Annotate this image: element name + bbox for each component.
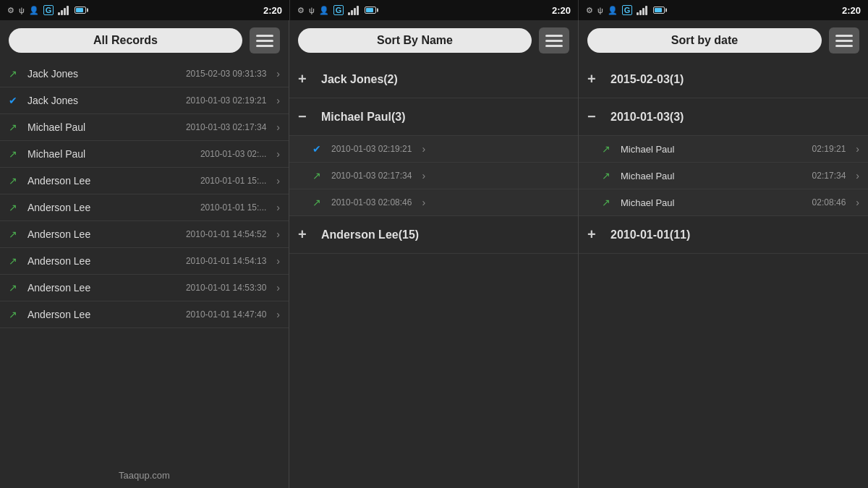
signal-bars-3 xyxy=(637,5,647,15)
all-records-button[interactable]: All Records xyxy=(9,28,242,53)
date-group-name: 2015-02-03(1) xyxy=(610,73,684,86)
panel-sort-by-name: Sort By Name + Jack Jones(2) − Michael P… xyxy=(289,20,579,488)
g-network-icon-2: G xyxy=(333,5,344,15)
chevron-right-icon: › xyxy=(276,282,280,294)
bluetooth-icon: ψ xyxy=(19,6,25,14)
outgoing-arrow-icon: ↗ xyxy=(9,148,22,160)
grouped-list-name[interactable]: + Jack Jones(2) − Michael Paul(3) ✔ 2010… xyxy=(289,61,578,488)
chevron-right-icon: › xyxy=(276,95,280,106)
bluetooth-icon-2: ψ xyxy=(309,6,315,14)
contact-name: Michael Paul xyxy=(621,197,807,208)
panel-sort-by-date: Sort by date + 2015-02-03(1) − 2010-01-0… xyxy=(579,20,868,488)
list-item[interactable]: ↗ Anderson Lee 2010-01-01 14:54:52 › xyxy=(0,221,289,248)
chevron-right-icon: › xyxy=(856,170,859,181)
outgoing-arrow-icon: ↗ xyxy=(9,202,22,213)
panels-container: All Records ↗ Jack Jones 2015-02-03 09:3… xyxy=(0,20,868,488)
contact-name: Anderson Lee xyxy=(27,228,180,240)
list-item[interactable]: ↗ Michael Paul 2010-01-03 02:17:34 › xyxy=(0,114,289,141)
outgoing-arrow-icon: ↗ xyxy=(9,228,22,240)
menu-line-2 xyxy=(256,40,273,42)
chevron-right-icon: › xyxy=(276,148,280,160)
record-date: 2010-01-03 02:08:46 xyxy=(331,197,412,207)
record-date: 02:08:46 xyxy=(812,197,846,207)
list-item[interactable]: ↗ Anderson Lee 2010-01-01 14:53:30 › xyxy=(0,275,289,301)
group-name: Jack Jones(2) xyxy=(321,73,398,86)
status-time-2: 2:20 xyxy=(552,5,571,16)
list-item[interactable]: ↗ Anderson Lee 2010-01-01 14:54:13 › xyxy=(0,248,289,275)
usb-icon-2: ⚙ xyxy=(297,6,305,15)
date-group-item-2015[interactable]: + 2015-02-03(1) xyxy=(579,61,868,98)
topbar-3: Sort by date xyxy=(579,20,868,61)
outgoing-arrow-icon: ↗ xyxy=(9,121,22,133)
record-date: 2015-02-03 09:31:33 xyxy=(186,69,266,79)
person-icon-2: 👤 xyxy=(319,6,329,15)
date-sub-record-item[interactable]: ↗ Michael Paul 02:08:46 › xyxy=(579,189,868,216)
usb-icon-3: ⚙ xyxy=(586,6,593,15)
chevron-right-icon: › xyxy=(276,202,280,213)
record-date: 2010-01-03 02:19:21 xyxy=(186,95,266,106)
list-item[interactable]: ✔ Jack Jones 2010-01-03 02:19:21 › xyxy=(0,87,289,114)
sort-by-name-button[interactable]: Sort By Name xyxy=(298,28,532,53)
chevron-right-icon: › xyxy=(856,143,859,155)
menu-button-2[interactable] xyxy=(539,27,569,53)
list-item[interactable]: ↗ Jack Jones 2015-02-03 09:31:33 › xyxy=(0,61,289,87)
record-date: 2010-01-01 14:47:40 xyxy=(186,309,266,320)
sub-record-item[interactable]: ↗ 2010-01-03 02:08:46 › xyxy=(289,189,578,216)
menu-button-3[interactable] xyxy=(829,27,859,53)
sub-record-item[interactable]: ✔ 2010-01-03 02:19:21 › xyxy=(289,136,578,163)
sub-record-item[interactable]: ↗ 2010-01-03 02:17:34 › xyxy=(289,163,578,189)
sort-by-date-button[interactable]: Sort by date xyxy=(587,28,822,53)
g-network-icon: G xyxy=(43,5,54,15)
record-date: 2010-01-01 14:54:52 xyxy=(186,229,266,239)
person-icon-3: 👤 xyxy=(608,6,618,15)
chevron-right-icon: › xyxy=(422,143,425,155)
status-bars-container: ⚙ ψ 👤 G 2:20 ⚙ ψ 👤 G 2:20 ⚙ ψ 👤 G xyxy=(0,0,868,20)
outgoing-arrow-icon: ↗ xyxy=(9,255,22,267)
contact-name: Anderson Lee xyxy=(27,255,180,267)
contact-name: Anderson Lee xyxy=(27,202,195,213)
group-item-michael-paul[interactable]: − Michael Paul(3) xyxy=(289,98,578,136)
date-group-item-2010-01-01[interactable]: + 2010-01-01(11) xyxy=(579,216,868,254)
outgoing-arrow-icon: ↗ xyxy=(9,282,22,294)
usb-icon: ⚙ xyxy=(7,6,14,15)
record-date: 2010-01-03 02:19:21 xyxy=(331,144,412,154)
record-date: 02:17:34 xyxy=(812,171,846,181)
grouped-list-date[interactable]: + 2015-02-03(1) − 2010-01-03(3) ↗ Michae… xyxy=(579,61,868,488)
topbar-1: All Records xyxy=(0,20,289,61)
date-sub-record-item[interactable]: ↗ Michael Paul 02:17:34 › xyxy=(579,163,868,189)
panel-all-records: All Records ↗ Jack Jones 2015-02-03 09:3… xyxy=(0,20,289,488)
menu-line-a xyxy=(545,35,563,37)
list-item[interactable]: ↗ Michael Paul 2010-01-03 02:... › xyxy=(0,141,289,168)
record-date: 2010-01-01 15:... xyxy=(200,202,266,213)
date-group-item-2010-01-03[interactable]: − 2010-01-03(3) xyxy=(579,98,868,136)
record-date: 02:19:21 xyxy=(812,144,846,154)
records-list[interactable]: ↗ Jack Jones 2015-02-03 09:31:33 › ✔ Jac… xyxy=(0,61,289,488)
list-item[interactable]: ↗ Anderson Lee 2010-01-01 14:47:40 › xyxy=(0,301,289,328)
menu-line-d xyxy=(835,35,853,37)
status-bar-2: ⚙ ψ 👤 G 2:20 xyxy=(289,0,579,20)
signal-bars-2 xyxy=(348,5,359,15)
list-item[interactable]: ↗ Anderson Lee 2010-01-01 15:... › xyxy=(0,194,289,221)
collapse-icon: − xyxy=(587,108,603,125)
list-item[interactable]: ↗ Anderson Lee 2010-01-01 15:... › xyxy=(0,168,289,194)
chevron-right-icon: › xyxy=(422,197,425,208)
contact-name: Michael Paul xyxy=(621,144,807,155)
chevron-right-icon: › xyxy=(276,121,280,133)
record-date: 2010-01-03 02:... xyxy=(200,149,266,159)
battery-1 xyxy=(75,7,86,14)
outgoing-arrow-icon: ↗ xyxy=(602,170,615,181)
group-item-jack-jones[interactable]: + Jack Jones(2) xyxy=(289,61,578,98)
contact-name: Michael Paul xyxy=(27,148,195,160)
group-item-anderson-lee[interactable]: + Anderson Lee(15) xyxy=(289,216,578,254)
incoming-arrow-icon: ✔ xyxy=(9,95,22,106)
menu-line-b xyxy=(545,40,563,42)
contact-name: Anderson Lee xyxy=(27,282,180,294)
date-sub-record-item[interactable]: ↗ Michael Paul 02:19:21 › xyxy=(579,136,868,163)
group-name: Anderson Lee(15) xyxy=(321,228,419,241)
date-group-name: 2010-01-01(11) xyxy=(610,228,690,241)
menu-button-1[interactable] xyxy=(250,27,280,53)
expand-icon: + xyxy=(298,226,314,243)
outgoing-arrow-icon: ↗ xyxy=(602,197,615,208)
menu-line-e xyxy=(835,40,853,42)
chevron-right-icon: › xyxy=(422,170,425,181)
